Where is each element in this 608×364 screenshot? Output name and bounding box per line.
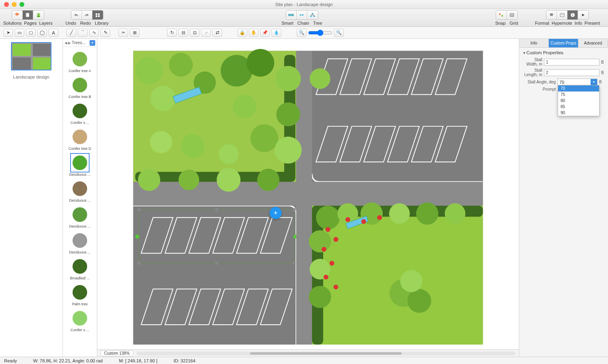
svg-point-117 (313, 234, 328, 249)
smart-button[interactable] (286, 11, 297, 19)
library-item[interactable]: Conifer tree D (63, 126, 97, 152)
ellipse-tool[interactable]: ◯ (37, 29, 47, 37)
tab-advanced[interactable]: Advanced (578, 39, 608, 47)
grid-button[interactable] (507, 11, 517, 19)
svg-point-91 (280, 106, 296, 122)
zoom-display[interactable]: Custom 138% (101, 350, 133, 356)
canvas[interactable]: + (101, 43, 515, 345)
status-ready: Ready (4, 358, 17, 363)
zoom-out-button[interactable]: 🔍 (297, 29, 306, 37)
crop-tool[interactable]: ✂ (118, 29, 128, 37)
library-button[interactable] (92, 11, 103, 19)
distribute-tool[interactable]: ⊡ (190, 29, 199, 37)
library-item[interactable]: Deciduous ... (63, 230, 97, 256)
layers-button[interactable] (33, 11, 44, 19)
edit-points-tool[interactable]: ⟋ (201, 29, 211, 37)
chain-button[interactable] (297, 11, 307, 19)
rounded-rect-tool[interactable]: ▢ (26, 29, 36, 37)
library-item[interactable]: Deciduous ... (63, 178, 97, 204)
angle-option[interactable]: 80 (558, 98, 599, 104)
library-item-label: Deciduous ... (69, 198, 91, 202)
pencil-tool[interactable]: ✎ (101, 29, 110, 37)
library-item[interactable]: Conifer s ... (63, 308, 97, 334)
svg-point-55 (215, 262, 218, 265)
titlebar: Site plan - Landscape design (0, 0, 608, 9)
pointer-tool[interactable]: ➤ (3, 29, 13, 37)
maximize-window-icon[interactable] (19, 2, 24, 7)
library-dropdown-icon[interactable]: ▾ (90, 40, 95, 46)
info-button[interactable]: i (567, 11, 578, 19)
smart-label: Smart (282, 21, 293, 26)
zoom-slider[interactable] (308, 30, 332, 36)
canvas-area: + Custom 138% (97, 39, 519, 357)
svg-rect-3 (96, 15, 97, 17)
svg-point-131 (334, 237, 338, 242)
library-item[interactable]: Conifer tree B (63, 75, 97, 100)
library-item[interactable]: Deciduous ... (63, 152, 97, 178)
eyedropper-tool[interactable]: 💧 (272, 29, 281, 37)
svg-point-127 (404, 274, 419, 288)
library-nav-fwd-icon[interactable]: ▶ (68, 41, 71, 45)
svg-point-79 (237, 99, 252, 114)
tree-button[interactable] (307, 11, 318, 19)
page-thumbnail[interactable] (11, 42, 51, 70)
svg-rect-6 (291, 14, 293, 16)
spline-tool[interactable]: ∿ (89, 29, 99, 37)
stall-width-label: Stall Width, m (523, 57, 542, 66)
anchor-tool[interactable]: 📌 (260, 29, 270, 37)
angle-option[interactable]: 70 (558, 85, 599, 92)
tab-info[interactable]: Info (519, 39, 549, 47)
rect-tool[interactable]: ▭ (15, 29, 24, 37)
svg-point-138 (377, 215, 382, 220)
angle-option[interactable]: 75 (558, 92, 599, 98)
text-tool[interactable]: A (49, 29, 58, 37)
hypernote-button[interactable] (557, 11, 567, 19)
tree-label: Tree (313, 21, 322, 26)
present-label: Present (584, 21, 600, 26)
library-list[interactable]: Conifer tree AConifer tree BConifer s ..… (63, 47, 97, 357)
minimize-window-icon[interactable] (12, 2, 17, 7)
svg-point-41 (74, 261, 86, 272)
stall-length-input[interactable] (544, 69, 599, 76)
flip-tool[interactable]: ⇄ (212, 29, 222, 37)
hand-tool[interactable]: ✋ (249, 29, 259, 37)
zoom-in-button[interactable]: 🔍 (334, 29, 344, 37)
close-window-icon[interactable] (4, 2, 9, 7)
stall-angle-dropdown[interactable]: 70 ▼ 7075808590 (557, 79, 597, 85)
format-button[interactable] (546, 11, 557, 19)
svg-point-99 (221, 172, 236, 187)
window-controls (0, 2, 24, 7)
present-button[interactable] (578, 11, 589, 19)
inspector-panel: Info Custom Props Advanced ▾ Custom Prop… (519, 39, 608, 357)
angle-option[interactable]: 85 (558, 104, 599, 110)
arc-tool[interactable]: ⌒ (78, 29, 88, 37)
svg-point-95 (142, 172, 156, 187)
solutions-label: Solutions (3, 21, 21, 26)
library-nav-back-icon[interactable]: ◀ (64, 41, 67, 45)
library-item[interactable]: Palm tree (63, 282, 97, 308)
svg-point-105 (320, 210, 336, 225)
rotate-tool[interactable]: ↻ (167, 29, 177, 37)
undo-button[interactable] (71, 11, 82, 19)
stamp-tool[interactable]: ⊞ (130, 29, 139, 37)
unit-b: B (599, 80, 604, 84)
library-item[interactable]: Deciduous ... (63, 204, 97, 230)
svg-rect-59 (312, 206, 483, 345)
line-tool[interactable]: ╱ (66, 29, 76, 37)
add-shape-button[interactable]: + (270, 207, 282, 219)
library-item[interactable]: Conifer tree A (63, 49, 97, 75)
snap-button[interactable] (496, 11, 507, 19)
tab-custom-props[interactable]: Custom Props (549, 39, 578, 47)
lock-tool[interactable]: 🔒 (238, 29, 247, 37)
horizontal-scrollbar[interactable] (137, 351, 516, 355)
stall-width-input[interactable] (544, 59, 599, 66)
library-item-label: Conifer s ... (71, 121, 89, 125)
pages-button[interactable] (23, 11, 33, 19)
library-item[interactable]: Broadleaf ... (63, 256, 97, 282)
solutions-button[interactable] (12, 11, 23, 19)
library-item[interactable]: Conifer s ... (63, 100, 97, 126)
angle-option[interactable]: 90 (558, 110, 599, 116)
redo-button[interactable] (82, 11, 92, 19)
align-tool[interactable]: ⊟ (178, 29, 188, 37)
tool-row: ➤ ▭ ▢ ◯ A ╱ ⌒ ∿ ✎ ✂ ⊞ ↻ ⊟ ⊡ ⟋ ⇄ 🔒 ✋ 📌 💧 … (0, 27, 608, 39)
